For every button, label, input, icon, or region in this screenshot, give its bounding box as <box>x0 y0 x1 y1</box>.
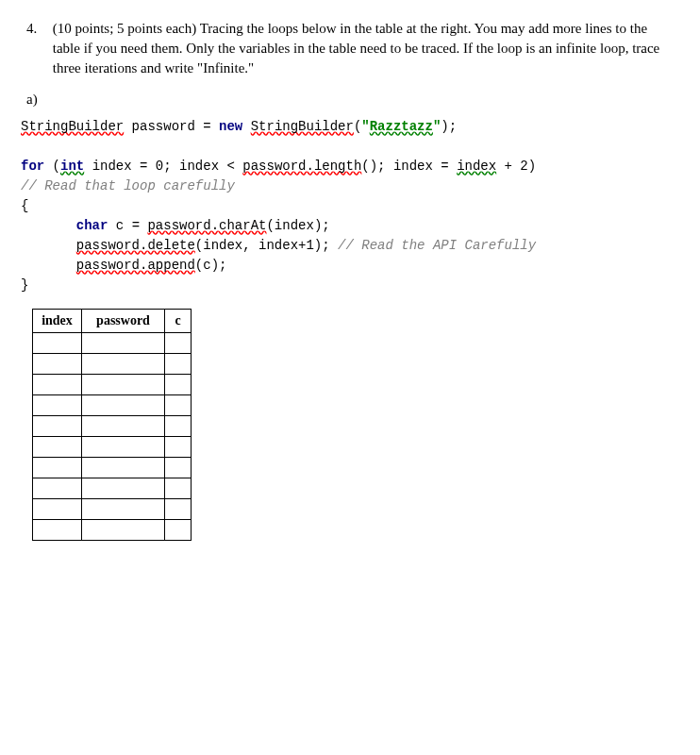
table-row <box>33 519 192 540</box>
table-cell <box>33 498 82 519</box>
code-comment: // Read the API Carefully <box>338 238 536 253</box>
code-token: StringBuilder <box>251 119 354 134</box>
code-indent <box>21 258 76 273</box>
table-header-c: c <box>165 310 192 333</box>
table-row <box>33 436 192 457</box>
code-indent <box>21 218 76 233</box>
trace-table: index password c <box>32 309 192 541</box>
code-keyword: char <box>76 218 108 233</box>
code-token: password = <box>124 119 219 134</box>
code-keyword: for <box>21 159 44 174</box>
code-string: Razztazz <box>370 119 433 134</box>
table-cell <box>165 457 192 478</box>
table-cell <box>33 332 82 353</box>
table-cell <box>165 498 192 519</box>
table-header-row: index password c <box>33 310 192 333</box>
question-prompt: (10 points; 5 points each) Tracing the l… <box>53 19 672 78</box>
code-token: ( <box>44 159 60 174</box>
table-cell <box>82 498 165 519</box>
code-token: (); index = <box>361 159 457 174</box>
code-indent <box>21 238 76 253</box>
table-row <box>33 353 192 374</box>
table-cell <box>33 353 82 374</box>
table-cell <box>165 374 192 394</box>
code-token: password.charAt <box>147 218 266 233</box>
table-cell <box>165 332 192 353</box>
table-cell <box>165 436 192 457</box>
table-cell <box>33 478 82 498</box>
table-cell <box>82 332 165 353</box>
code-token: password.append <box>76 258 195 273</box>
table-row <box>33 498 192 519</box>
table-cell <box>33 415 82 436</box>
table-cell <box>82 394 165 415</box>
code-token: (index); <box>266 218 329 233</box>
code-keyword: int <box>60 159 84 174</box>
table-row <box>33 457 192 478</box>
code-token <box>242 119 250 134</box>
code-string-quote: " <box>361 119 369 134</box>
code-brace: } <box>21 277 28 293</box>
code-block: StringBuilder password = new StringBuild… <box>21 117 674 295</box>
table-row <box>33 332 192 353</box>
question-block: 4. (10 points; 5 points each) Tracing th… <box>26 19 674 78</box>
table-row <box>33 415 192 436</box>
code-token: password.length <box>242 159 361 174</box>
code-token: (index, index+1); <box>195 238 338 253</box>
table-cell <box>82 353 165 374</box>
code-token: index <box>457 159 496 174</box>
code-brace: { <box>21 198 28 213</box>
table-cell <box>82 519 165 540</box>
code-keyword: new <box>219 119 242 134</box>
table-cell <box>33 374 82 394</box>
code-token: StringBuilder <box>21 119 124 134</box>
table-cell <box>33 394 82 415</box>
table-row <box>33 374 192 394</box>
table-cell <box>82 436 165 457</box>
table-cell <box>165 519 192 540</box>
table-cell <box>82 457 165 478</box>
table-cell <box>165 353 192 374</box>
table-cell <box>165 394 192 415</box>
table-header-password: password <box>82 310 165 333</box>
table-cell <box>165 478 192 498</box>
table-cell <box>33 436 82 457</box>
table-row <box>33 478 192 498</box>
code-token: index = 0; index < <box>84 159 242 174</box>
trace-table-body <box>33 332 192 540</box>
table-header-index: index <box>33 310 82 333</box>
table-cell <box>33 457 82 478</box>
table-cell <box>82 415 165 436</box>
code-token: + 2) <box>496 159 536 174</box>
table-cell <box>165 415 192 436</box>
table-row <box>33 394 192 415</box>
code-token: c = <box>108 218 147 233</box>
table-cell <box>82 374 165 394</box>
table-cell <box>33 519 82 540</box>
code-token: ); <box>441 119 457 134</box>
sub-label: a) <box>26 90 674 109</box>
code-comment: // Read that loop carefully <box>21 178 235 193</box>
question-number: 4. <box>26 19 49 39</box>
table-cell <box>82 478 165 498</box>
code-token: password.delete <box>76 238 195 253</box>
code-token: (c); <box>195 258 227 273</box>
